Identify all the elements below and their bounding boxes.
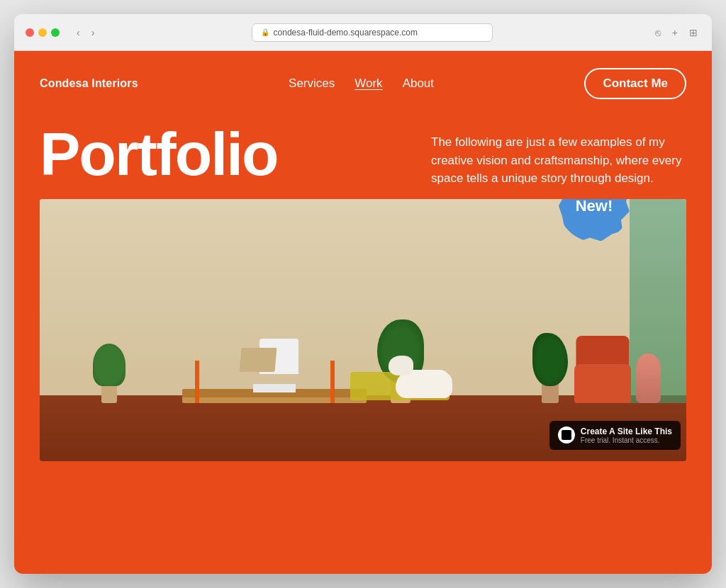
hero-description: The following are just a few examples of… bbox=[431, 123, 686, 188]
browser-actions: ⎋ + ⊞ bbox=[652, 26, 700, 40]
traffic-lights bbox=[26, 28, 60, 37]
vase-sculpture bbox=[636, 354, 661, 403]
nav-link-about[interactable]: About bbox=[403, 77, 434, 91]
hero-section: Portfolio The following are just a few e… bbox=[14, 116, 712, 188]
minimize-button[interactable] bbox=[38, 28, 47, 37]
nav-link-services[interactable]: Services bbox=[289, 77, 335, 91]
image-section: New! Create A Site Like This Free trial.… bbox=[40, 199, 686, 575]
url-text: condesa-fluid-demo.squarespace.com bbox=[274, 28, 418, 38]
nav-links: Services Work About bbox=[289, 77, 434, 91]
page-title: Portfolio bbox=[40, 123, 278, 184]
chair-seat bbox=[253, 384, 296, 392]
squarespace-logo bbox=[558, 426, 575, 443]
forward-button[interactable]: › bbox=[89, 26, 98, 40]
armchair-body bbox=[574, 364, 631, 403]
plant-1 bbox=[91, 339, 127, 403]
contact-me-button[interactable]: Contact Me bbox=[584, 68, 686, 99]
squarespace-text: Create A Site Like This Free trial. Inst… bbox=[581, 426, 672, 444]
desk-leg-left bbox=[195, 361, 199, 403]
laptop bbox=[239, 348, 277, 372]
nav-link-work[interactable]: Work bbox=[354, 77, 382, 91]
dog bbox=[396, 370, 452, 398]
squarespace-subtitle: Free trial. Instant access. bbox=[581, 436, 672, 444]
browser-chrome: ‹ › 🔒 condesa-fluid-demo.squarespace.com… bbox=[14, 14, 712, 51]
squarespace-badge[interactable]: Create A Site Like This Free trial. Inst… bbox=[549, 421, 681, 450]
back-button[interactable]: ‹ bbox=[74, 26, 83, 40]
armchair bbox=[571, 346, 635, 403]
squarespace-title: Create A Site Like This bbox=[581, 426, 672, 436]
lock-icon: 🔒 bbox=[261, 28, 269, 36]
desk-leg-right bbox=[330, 361, 335, 403]
close-button[interactable] bbox=[26, 28, 34, 37]
website-content: Condesa Interiors Services Work About Co… bbox=[14, 51, 712, 574]
site-logo[interactable]: Condesa Interiors bbox=[40, 77, 138, 90]
browser-window: ‹ › 🔒 condesa-fluid-demo.squarespace.com… bbox=[14, 14, 712, 574]
plant-3 bbox=[531, 332, 570, 403]
dog-head bbox=[389, 356, 413, 375]
address-bar[interactable]: 🔒 condesa-fluid-demo.squarespace.com bbox=[106, 23, 637, 42]
navigation: Condesa Interiors Services Work About Co… bbox=[14, 51, 712, 116]
maximize-button[interactable] bbox=[51, 28, 60, 37]
squarespace-logo-inner bbox=[562, 430, 571, 440]
portfolio-image: New! Create A Site Like This Free trial.… bbox=[40, 199, 686, 461]
browser-controls: ‹ › bbox=[74, 26, 97, 40]
desk bbox=[182, 395, 367, 403]
tabs-button[interactable]: ⊞ bbox=[686, 26, 700, 40]
new-badge-text: New! bbox=[576, 199, 613, 215]
new-tab-button[interactable]: + bbox=[669, 26, 681, 40]
share-button[interactable]: ⎋ bbox=[652, 26, 664, 40]
